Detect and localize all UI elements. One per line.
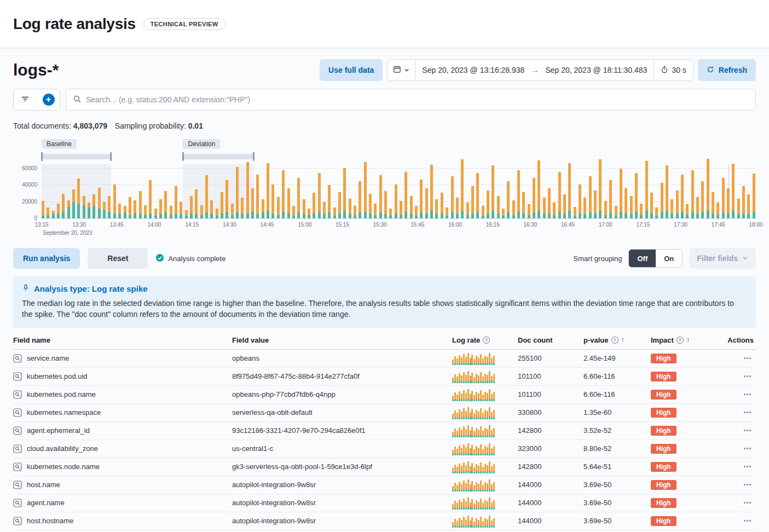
histogram-bar <box>359 181 361 218</box>
histogram-bar <box>92 194 95 218</box>
row-actions-button[interactable] <box>742 428 753 433</box>
field-value: autopilot-integration-9w8sr <box>232 499 452 507</box>
histogram-bar <box>154 209 157 218</box>
histogram-bar <box>271 184 274 218</box>
x-axis-label: 16:45 <box>561 222 575 228</box>
x-axis-label: 16:30 <box>523 222 537 228</box>
sort-asc-icon: ↑ <box>621 336 625 344</box>
histogram-bar <box>451 176 454 218</box>
p-value: 8.80e-52 <box>583 444 651 453</box>
doc-count: 255100 <box>518 354 583 362</box>
histogram-bar <box>318 173 321 218</box>
row-actions-button[interactable] <box>742 392 753 397</box>
histogram-bar <box>753 174 755 218</box>
filter-fields-label: Filter fields <box>697 254 738 263</box>
histogram-bar <box>47 207 49 218</box>
row-actions-button[interactable] <box>742 518 753 523</box>
histogram-bar <box>512 200 515 218</box>
field-filter-button[interactable] <box>13 426 22 435</box>
row-actions-button[interactable] <box>742 446 753 451</box>
refresh-icon <box>707 66 714 75</box>
use-full-data-button[interactable]: Use full data <box>320 59 383 81</box>
baseline-brush[interactable] <box>42 154 111 159</box>
row-actions-button[interactable] <box>742 374 753 379</box>
histogram-bar <box>62 194 65 218</box>
histogram-bar <box>599 159 602 218</box>
x-axis-label: 15:00 <box>298 222 311 228</box>
search-bar <box>66 89 756 111</box>
field-value: serverless-qa-oblt-default <box>232 408 452 417</box>
add-filter-button[interactable]: + <box>37 89 60 110</box>
analysis-status-label: Analysis complete <box>168 255 226 263</box>
y-axis-label: 20000 <box>13 199 37 205</box>
refresh-button[interactable]: Refresh <box>698 59 756 81</box>
smart-grouping-toggle: Off On <box>628 249 683 268</box>
histogram-bar <box>338 192 341 218</box>
field-filter-button[interactable] <box>13 517 22 525</box>
filter-menu-button[interactable] <box>14 89 37 110</box>
end-date-button[interactable]: Sep 20, 2023 @ 18:11:30.483 <box>539 60 654 80</box>
histogram-bar <box>277 197 280 218</box>
row-actions-button[interactable] <box>742 464 753 469</box>
field-filter-button[interactable] <box>13 444 22 453</box>
column-header-impact[interactable]: Impact?↑ <box>651 336 718 344</box>
histogram-bar <box>190 196 193 218</box>
x-axis-label: 18:00 <box>749 222 762 228</box>
table-row: host.nameautopilot-integration-9w8sr1440… <box>13 476 756 494</box>
histogram-bar <box>384 191 387 218</box>
histogram-bar <box>267 163 269 219</box>
histogram-bar <box>98 188 101 218</box>
search-input[interactable] <box>86 95 749 104</box>
histogram-bar <box>262 199 264 218</box>
search-icon <box>73 95 82 105</box>
histogram-bar <box>52 211 55 218</box>
field-value: 93c12186-3321-4207-9e70-294ca826e0f1 <box>232 426 452 435</box>
histogram-bar <box>303 199 305 218</box>
impact-badge: High <box>651 408 677 418</box>
log-rate-sparkline <box>452 442 495 455</box>
histogram-bar <box>701 181 704 218</box>
date-picker-menu-button[interactable] <box>388 60 415 80</box>
filter-fields-button[interactable]: Filter fields <box>689 248 756 269</box>
field-filter-button[interactable] <box>13 372 22 381</box>
p-value: 2.45e-149 <box>583 354 651 362</box>
log-rate-sparkline <box>452 370 495 383</box>
histogram-bar <box>716 203 719 218</box>
baseline-chip: Baseline <box>42 139 77 149</box>
histogram-bar <box>185 210 188 218</box>
row-actions-button[interactable] <box>742 500 753 505</box>
x-axis-label: 13:45 <box>110 222 124 228</box>
row-actions-button[interactable] <box>742 410 753 415</box>
field-filter-button[interactable] <box>13 481 22 489</box>
row-actions-button[interactable] <box>742 356 753 361</box>
impact-badge: High <box>651 444 677 454</box>
histogram-bar <box>666 165 668 218</box>
smart-grouping-on-button[interactable]: On <box>656 250 682 267</box>
technical-preview-badge: TECHNICAL PREVIEW <box>143 18 226 30</box>
refresh-interval-button[interactable]: 30 s <box>654 60 692 80</box>
field-filter-button[interactable] <box>13 499 22 507</box>
start-date-button[interactable]: Sep 20, 2023 @ 13:16:28.938 <box>415 60 531 80</box>
histogram-bar <box>482 206 484 218</box>
histogram-bar <box>297 178 300 218</box>
reset-button[interactable]: Reset <box>88 248 148 269</box>
histogram-bar <box>609 180 612 218</box>
row-actions-button[interactable] <box>742 482 753 487</box>
smart-grouping-off-button[interactable]: Off <box>629 250 656 267</box>
histogram-bar <box>308 209 310 218</box>
field-filter-button[interactable] <box>13 462 22 471</box>
impact-badge: High <box>651 426 677 436</box>
filter-icon <box>21 95 30 105</box>
column-header-p-value[interactable]: p-value?↑ <box>583 336 651 344</box>
field-filter-button[interactable] <box>13 408 22 417</box>
x-axis-date-label: September 20, 2023 <box>43 230 756 236</box>
histogram-bar <box>476 173 479 218</box>
field-filter-button[interactable] <box>13 390 22 399</box>
date-range-arrow-icon: → <box>531 60 539 80</box>
run-analysis-button[interactable]: Run analysis <box>13 248 80 269</box>
field-filter-button[interactable] <box>13 354 22 363</box>
histogram-bar <box>200 205 203 218</box>
deviation-chip: Deviation <box>183 139 220 149</box>
deviation-brush[interactable] <box>183 154 253 159</box>
histogram-bar <box>645 161 648 218</box>
